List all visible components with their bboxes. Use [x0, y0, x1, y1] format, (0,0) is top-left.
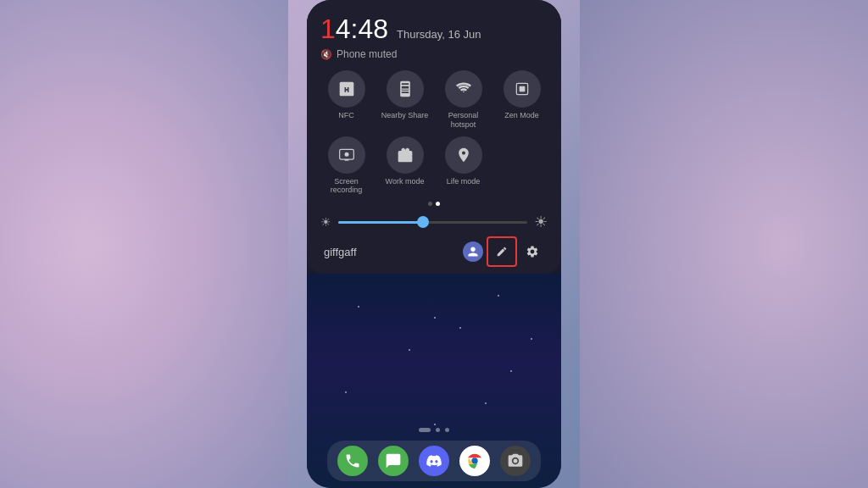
brightness-fill: [338, 221, 423, 224]
edit-button[interactable]: [490, 240, 514, 263]
settings-button[interactable]: [520, 240, 544, 263]
edit-button-wrapper: [490, 240, 514, 263]
brightness-low-icon: ☀: [320, 215, 331, 229]
tile-work-mode[interactable]: Work mode: [379, 136, 431, 196]
tile-life-mode-label: Life mode: [447, 177, 481, 186]
carrier-label: giffgaff: [324, 246, 357, 258]
brightness-slider[interactable]: [338, 221, 527, 224]
brightness-high-icon: ☀: [534, 213, 548, 231]
clock-remaining: 4:48: [336, 14, 388, 44]
tile-nfc[interactable]: NFC: [320, 70, 372, 130]
muted-row: 🔇 Phone muted: [320, 48, 548, 60]
tile-hotspot-icon: [445, 70, 482, 108]
svg-point-4: [344, 152, 348, 156]
tiles-row-1: NFC Nearby Share Personal hotspot: [320, 70, 548, 130]
tile-zen-mode-icon: [504, 70, 541, 108]
wallpaper-stars: [307, 274, 561, 488]
page-indicator: [320, 202, 548, 206]
muted-icon: 🔇: [320, 49, 332, 60]
tiles-row-2: Screen recording Work mode Life mode: [320, 136, 548, 196]
tile-zen-mode-label: Zen Mode: [504, 111, 539, 120]
tile-nfc-icon: [328, 70, 365, 108]
tile-screen-recording-icon: [328, 136, 365, 174]
svg-rect-2: [519, 86, 525, 92]
bottom-icons: [463, 240, 544, 263]
tile-life-mode[interactable]: Life mode: [437, 136, 489, 196]
muted-label: Phone muted: [337, 48, 397, 60]
tile-hotspot[interactable]: Personal hotspot: [437, 70, 489, 130]
background-right: [580, 0, 868, 488]
tile-screen-recording-label: Screen recording: [320, 177, 372, 196]
brightness-row: ☀ ☀: [320, 213, 548, 231]
brightness-thumb: [417, 216, 429, 228]
tile-work-mode-icon: [387, 136, 424, 174]
clock-first-digit: 1: [320, 14, 336, 44]
tile-work-mode-label: Work mode: [386, 177, 425, 186]
page-dot-1: [428, 202, 432, 206]
tile-nearby-share[interactable]: Nearby Share: [379, 70, 431, 130]
svg-rect-5: [344, 159, 348, 161]
clock-time: 14:48: [320, 14, 388, 45]
phone-device: 14:48 Thursday, 16 Jun 🔇 Phone muted NFC: [307, 0, 561, 488]
background-left: [0, 0, 288, 488]
tile-life-mode-icon: [445, 136, 482, 174]
tile-nfc-label: NFC: [338, 111, 354, 120]
quick-settings-panel: 14:48 Thursday, 16 Jun 🔇 Phone muted NFC: [307, 0, 561, 274]
clock-date: Thursday, 16 Jun: [397, 28, 481, 41]
home-area: [307, 274, 561, 488]
tile-zen-mode[interactable]: Zen Mode: [496, 70, 548, 130]
bottom-bar: giffgaff: [320, 240, 548, 263]
tile-hotspot-label: Personal hotspot: [437, 111, 489, 130]
tile-nearby-share-label: Nearby Share: [381, 111, 429, 120]
page-dot-2: [436, 202, 440, 206]
tile-screen-recording[interactable]: Screen recording: [320, 136, 372, 196]
user-avatar-icon[interactable]: [463, 241, 483, 262]
time-row: 14:48 Thursday, 16 Jun: [320, 14, 548, 45]
tile-nearby-share-icon: [387, 70, 424, 108]
